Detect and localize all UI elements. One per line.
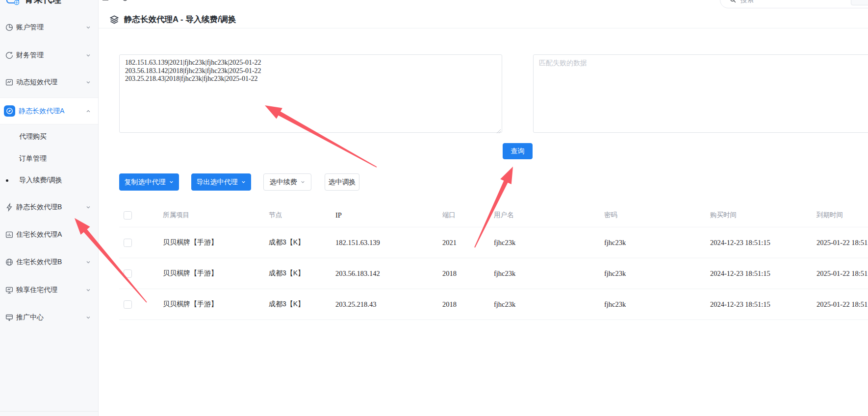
compass-app-icon [4, 105, 15, 117]
chevron-down-icon [85, 315, 91, 320]
cell-project: 贝贝棋牌【手游】 [163, 238, 269, 247]
query-button-label: 查询 [511, 147, 525, 156]
resize-handle[interactable] [496, 127, 501, 132]
renew-selected-label: 选中续费 [270, 178, 297, 187]
col-header-username: 用户名 [494, 211, 604, 220]
hamburger-menu-icon[interactable] [102, 0, 109, 4]
cell-password: fjhc23k [604, 300, 710, 309]
table-header-row: 所属项目 节点 IP 端口 用户名 密码 购买时间 到期时间 [119, 203, 868, 227]
refresh-icon[interactable] [121, 0, 129, 4]
renew-selected-button[interactable]: 选中续费 [263, 173, 311, 191]
search-icon [729, 0, 737, 3]
query-button[interactable]: 查询 [503, 143, 533, 159]
dynamic-proxy-chart-icon [5, 78, 14, 87]
logo-text: 青果代理 [25, 0, 62, 5]
chevron-down-icon [300, 179, 306, 185]
active-bullet [6, 179, 8, 182]
cell-password: fjhc23k [604, 239, 710, 247]
cell-node: 成都3【K】 [269, 269, 335, 278]
copy-selected-button[interactable]: 复制选中代理 [119, 173, 179, 191]
cell-expire-time: 2025-01-22 18:51:15 [817, 300, 868, 309]
sidebar-item-static-proxy-b[interactable]: 静态长效代理B [0, 195, 98, 220]
sidebar-subitem-import-renew-swap[interactable]: 导入续费/调换 [0, 170, 98, 191]
sidebar-item-label: 静态长效代理B [16, 203, 62, 212]
proxy-table: 所属项目 节点 IP 端口 用户名 密码 购买时间 到期时间 贝贝棋牌【手游】 … [119, 203, 868, 320]
swap-selected-button[interactable]: 选中调换 [325, 173, 359, 191]
row-checkbox[interactable] [124, 269, 132, 278]
export-selected-label: 导出选中代理 [197, 178, 238, 187]
col-header-port: 端口 [442, 211, 494, 220]
sidebar-item-finance[interactable]: 财务管理 [0, 43, 98, 68]
cell-port: 2018 [442, 269, 494, 278]
app-logo[interactable]: 青果代理 [5, 0, 98, 7]
col-header-project: 所属项目 [163, 211, 269, 220]
header-divider [98, 28, 868, 28]
sidebar-item-promotion-center[interactable]: 推广中心 [0, 305, 98, 330]
failed-data-textarea[interactable] [534, 55, 868, 132]
bar-chart-icon [5, 230, 14, 239]
sidebar-item-label: 账户管理 [16, 23, 44, 32]
pie-chart-icon [5, 23, 14, 32]
chevron-down-icon [85, 287, 91, 293]
breadcrumb[interactable]: 静态长效代理A / 导入续费/调换 [144, 0, 238, 4]
promote-icon [5, 313, 14, 322]
cell-password: fjhc23k [604, 269, 710, 278]
cell-buy-time: 2024-12-23 18:51:15 [710, 239, 817, 247]
search-input[interactable]: 搜索 [720, 0, 868, 8]
cell-ip: 182.151.63.139 [335, 239, 442, 247]
subitem-label: 代理购买 [19, 132, 47, 141]
export-selected-button[interactable]: 导出选中代理 [191, 173, 251, 191]
cell-project: 贝贝棋牌【手游】 [163, 300, 269, 309]
subitem-label: 订单管理 [19, 154, 47, 163]
chevron-down-icon [85, 259, 91, 265]
cell-ip: 203.25.218.43 [335, 300, 442, 309]
cell-node: 成都3【K】 [269, 300, 335, 309]
chevron-down-icon [241, 179, 246, 185]
sidebar-item-label: 静态长效代理A [19, 107, 64, 116]
chevron-down-icon [85, 204, 91, 210]
cell-buy-time: 2024-12-23 18:51:15 [710, 300, 817, 309]
sidebar-item-exclusive-residential[interactable]: 独享住宅代理 [0, 278, 98, 302]
row-checkbox[interactable] [124, 300, 132, 309]
failed-data-textarea-wrap [533, 54, 868, 133]
table-row: 贝贝棋牌【手游】 成都3【K】 203.56.183.142 2018 fjhc… [119, 258, 868, 289]
cell-username: fjhc23k [494, 239, 604, 247]
sidebar-subitem-proxy-purchase[interactable]: 代理购买 [0, 126, 98, 147]
search-placeholder-text: 搜索 [740, 0, 754, 4]
col-header-password: 密码 [604, 211, 710, 220]
cell-port: 2018 [442, 300, 494, 309]
layers-icon [109, 15, 119, 24]
cell-buy-time: 2024-12-23 18:51:15 [710, 269, 817, 278]
swap-selected-label: 选中调换 [329, 178, 356, 187]
cell-expire-time: 2025-01-22 18:51:15 [817, 239, 868, 247]
search-shortcut-badge [851, 0, 868, 5]
sidebar-item-label: 推广中心 [16, 313, 44, 322]
sidebar-item-static-proxy-a[interactable]: 静态长效代理A [0, 98, 98, 124]
chevron-down-icon [169, 179, 174, 185]
sidebar-item-dynamic-proxy[interactable]: 动态短效代理 [0, 70, 98, 95]
table-row: 贝贝棋牌【手游】 成都3【K】 182.151.63.139 2021 fjhc… [119, 227, 868, 258]
subitem-label: 导入续费/调换 [19, 176, 62, 185]
sidebar-item-residential-proxy-a[interactable]: 住宅长效代理A [0, 222, 98, 247]
cell-username: fjhc23k [494, 300, 604, 309]
sidebar-item-residential-proxy-b[interactable]: 住宅长效代理B [0, 250, 98, 274]
page-title: 静态长效代理A - 导入续费/调换 [124, 14, 236, 25]
chevron-up-icon [85, 108, 91, 114]
cell-node: 成都3【K】 [269, 238, 335, 247]
sidebar-item-label: 住宅长效代理A [16, 230, 62, 239]
col-header-node: 节点 [269, 211, 335, 220]
row-checkbox[interactable] [124, 239, 132, 247]
chevron-down-icon [85, 52, 91, 58]
cell-port: 2021 [442, 239, 494, 247]
import-data-textarea[interactable]: 182.151.63.139|2021|fjhc23k|fjhc23k|2025… [120, 55, 502, 132]
monitor-icon [5, 286, 14, 294]
lightning-icon [5, 203, 14, 212]
logo-cloud-icon [5, 0, 21, 6]
sidebar-subitem-order-management[interactable]: 订单管理 [0, 148, 98, 170]
sidebar-item-account[interactable]: 账户管理 [0, 15, 98, 40]
select-all-checkbox[interactable] [124, 211, 132, 220]
cell-project: 贝贝棋牌【手游】 [163, 269, 269, 278]
sidebar: 青果代理 账户管理 财务管理 动态短效代理 静态长效代理A 代理购买 [0, 0, 99, 416]
finance-refresh-icon [5, 51, 14, 60]
copy-selected-label: 复制选中代理 [125, 178, 166, 187]
